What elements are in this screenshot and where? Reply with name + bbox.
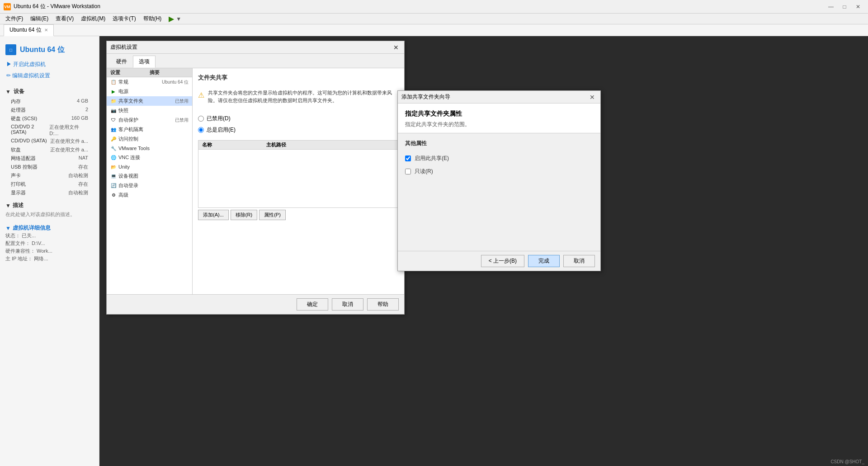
- watermark: CSDN @SHOT_: [830, 459, 864, 464]
- device-row-net: 网络适配器 NAT: [0, 154, 99, 163]
- wizard-title: 添加共享文件夹向导: [401, 93, 588, 101]
- close-button[interactable]: ✕: [852, 1, 864, 12]
- settings-tab-options[interactable]: 选项: [133, 56, 156, 68]
- device-item-general-name: 常规: [118, 79, 160, 85]
- desc-header[interactable]: ▼ 描述: [5, 202, 94, 209]
- vm-detail-ip-label: 主 IP 地址：: [5, 256, 33, 261]
- device-val-sound: 自动检测: [68, 172, 88, 179]
- radio-always-input[interactable]: [198, 127, 204, 133]
- device-item-autologin-name: 自动登录: [118, 182, 187, 189]
- device-item-device-view[interactable]: 💻 设备视图: [107, 171, 192, 181]
- action-edit-vm[interactable]: ✏ 编辑虚拟机设置: [0, 70, 99, 81]
- play-button[interactable]: ▶: [169, 14, 174, 23]
- device-item-autoprotect-summary: 已禁用: [175, 117, 189, 123]
- device-item-autologin[interactable]: 🔄 自动登录: [107, 181, 192, 190]
- tab-label: Ubuntu 64 位: [9, 26, 42, 34]
- device-item-vmware-tools[interactable]: 🔧 VMware Tools: [107, 144, 192, 153]
- device-item-vmwaretools-name: VMware Tools: [118, 146, 187, 151]
- readonly-label: 只读(R): [415, 168, 433, 175]
- wizard-back-btn[interactable]: < 上一步(B): [481, 255, 524, 267]
- device-item-autoprotect[interactable]: 🛡 自动保护 已禁用: [107, 115, 192, 125]
- menu-tabs[interactable]: 选项卡(T): [109, 14, 139, 24]
- device-val-hdd: 160 GB: [71, 115, 88, 122]
- device-item-snapshot[interactable]: 📷 快照: [107, 106, 192, 115]
- maximize-button[interactable]: □: [838, 1, 851, 12]
- action-start-vm[interactable]: ▶ 开启此虚拟机: [0, 59, 99, 70]
- vm-detail-ip-value: 网络...: [34, 256, 48, 261]
- settings-tab-hardware[interactable]: 硬件: [110, 56, 133, 68]
- vm-detail-config-label: 配置文件：: [5, 240, 30, 246]
- folder-list-header: 名称 主机路径: [198, 141, 398, 150]
- device-item-power-name: 电源: [118, 88, 187, 95]
- settings-ok-btn[interactable]: 确定: [297, 298, 328, 311]
- vm-settings-dialog: 虚拟机设置 ✕ 硬件 选项 设置 摘要 📋 常规: [106, 41, 405, 315]
- fileshare-title: 文件夹共享: [198, 74, 399, 82]
- menu-vm[interactable]: 虚拟机(M): [77, 14, 109, 24]
- devices-section-header[interactable]: ▼ 设备: [0, 86, 99, 97]
- autologin-icon: 🔄: [110, 183, 117, 189]
- device-item-advanced-name: 高级: [118, 192, 187, 198]
- device-item-advanced[interactable]: ⚙ 高级: [107, 190, 192, 200]
- settings-right-panel: 文件夹共享 ⚠ 共享文件夹会将您的文件显示给虚拟机中的程序。这可能为您的计算机和…: [193, 68, 404, 294]
- device-item-accesscontrol-name: 访问控制: [118, 136, 187, 142]
- radio-always-label: 总是启用(E): [207, 126, 236, 134]
- vm-settings-close-btn[interactable]: ✕: [392, 43, 401, 52]
- enable-share-checkbox[interactable]: [405, 155, 411, 161]
- settings-help-btn[interactable]: 帮助: [367, 298, 399, 311]
- folder-actions: 添加(A)... 移除(R) 属性(P): [198, 210, 399, 220]
- menu-edit[interactable]: 编辑(E): [27, 14, 52, 24]
- device-row-floppy: 软盘 正在使用文件 a...: [0, 146, 99, 154]
- vm-detail-config: 配置文件： D:\V...: [5, 240, 94, 247]
- radio-disabled[interactable]: 已禁用(D): [198, 113, 399, 124]
- minimize-button[interactable]: —: [825, 1, 837, 12]
- radio-always[interactable]: 总是启用(E): [198, 124, 399, 136]
- menu-file[interactable]: 文件(F): [2, 14, 27, 24]
- general-icon: 📋: [110, 79, 117, 85]
- device-item-guest-isolation[interactable]: 👥 客户机隔离: [107, 125, 192, 134]
- device-row-dvd2: CD/DVD 2 (SATA) 正在使用文件 D:...: [0, 123, 99, 137]
- remove-folder-btn[interactable]: 移除(R): [231, 210, 257, 220]
- device-name-dvd2: CD/DVD 2 (SATA): [11, 124, 49, 136]
- wizard-dialog: 添加共享文件夹向导 ✕ 指定共享文件夹属性 指定此共享文件夹的范围。 其他属性 …: [397, 90, 601, 271]
- wizard-checkbox-enable[interactable]: 启用此共享(E): [405, 152, 593, 165]
- vm-detail-ip: 主 IP 地址： 网络...: [5, 255, 94, 263]
- device-row-printer: 打印机 存在: [0, 180, 99, 188]
- tab-bar: Ubuntu 64 位 ✕: [0, 24, 868, 36]
- devices-section: ▼ 设备 内存 4 GB 处理器 2 硬盘 (SCSI) 160 GB CD/D…: [0, 86, 99, 197]
- wizard-finish-btn[interactable]: 完成: [528, 255, 560, 267]
- wizard-checkbox-readonly[interactable]: 只读(R): [405, 165, 593, 178]
- device-item-vnc[interactable]: 🌐 VNC 连接: [107, 153, 192, 162]
- enable-share-label: 启用此共享(E): [415, 155, 449, 162]
- device-name-usb: USB 控制器: [11, 164, 38, 170]
- device-item-shared-folder[interactable]: 📁 共享文件夹 已禁用: [107, 96, 192, 106]
- vm-detail-config-value: D:\V...: [32, 240, 45, 246]
- radio-disabled-input[interactable]: [198, 116, 204, 122]
- device-item-vnc-name: VNC 连接: [118, 154, 187, 161]
- device-item-guestisolation-name: 客户机隔离: [118, 126, 187, 133]
- wizard-cancel-btn[interactable]: 取消: [563, 255, 595, 267]
- device-item-access-control[interactable]: 🔑 访问控制: [107, 134, 192, 144]
- radio-disabled-label: 已禁用(D): [207, 115, 231, 122]
- device-row-hdd: 硬盘 (SCSI) 160 GB: [0, 114, 99, 123]
- settings-cancel-btn[interactable]: 取消: [332, 298, 363, 311]
- device-item-autoprotect-name: 自动保护: [118, 117, 173, 123]
- vm-detail-header[interactable]: ▼ 虚拟机详细信息: [5, 224, 94, 232]
- fileshare-warning-text: 共享文件夹会将您的文件显示给虚拟机中的程序。这可能为您的计算机和数据带来风险。请…: [208, 89, 399, 104]
- add-folder-btn[interactable]: 添加(A)...: [198, 210, 229, 220]
- device-item-unity[interactable]: 📂 Unity: [107, 162, 192, 171]
- device-item-general[interactable]: 📋 常规 Ubuntu 64 位: [107, 77, 192, 87]
- device-name-sound: 声卡: [11, 172, 21, 179]
- properties-folder-btn[interactable]: 属性(P): [259, 210, 286, 220]
- menu-view[interactable]: 查看(V): [52, 14, 77, 24]
- menu-extra: ▼: [176, 16, 181, 22]
- readonly-checkbox[interactable]: [405, 169, 411, 174]
- tab-ubuntu[interactable]: Ubuntu 64 位 ✕: [4, 24, 54, 36]
- menu-help[interactable]: 帮助(H): [140, 14, 165, 24]
- share-radio-group: 已禁用(D) 总是启用(E): [198, 113, 399, 136]
- device-item-power[interactable]: ▶ 电源: [107, 87, 192, 96]
- vm-detail-collapse-icon: ▼: [5, 225, 11, 231]
- device-name-floppy: 软盘: [11, 146, 21, 153]
- wizard-close-btn[interactable]: ✕: [588, 93, 597, 102]
- tab-close-icon[interactable]: ✕: [44, 28, 48, 33]
- device-val-memory: 4 GB: [77, 98, 88, 105]
